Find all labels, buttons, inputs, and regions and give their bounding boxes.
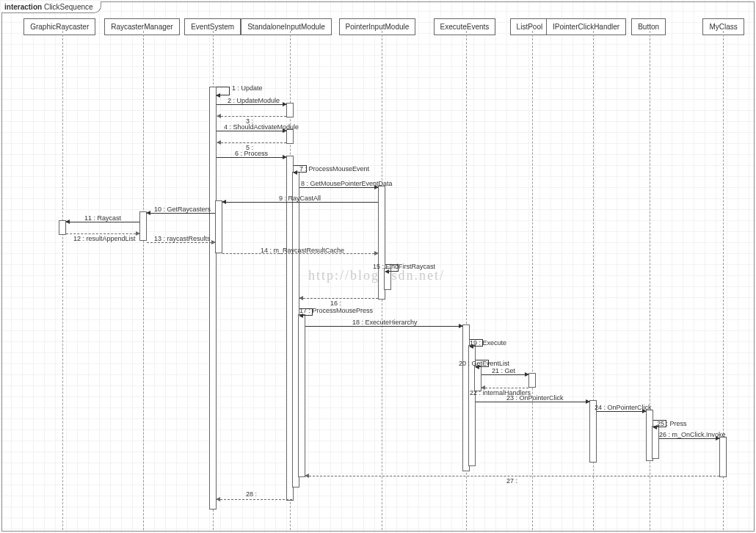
activation bbox=[298, 314, 305, 477]
return bbox=[147, 242, 215, 243]
diagram-title: interaction ClickSequence bbox=[1, 1, 101, 13]
msg-21: 21 : Get bbox=[492, 367, 515, 374]
return bbox=[299, 298, 378, 299]
participant-ListPool: ListPool bbox=[510, 18, 550, 35]
activation bbox=[719, 437, 727, 477]
activation bbox=[528, 373, 536, 388]
participant-RaycasterManager: RaycasterManager bbox=[104, 18, 179, 35]
lifeline bbox=[143, 31, 144, 530]
msg-14: 14 : m_RaycastResultCache bbox=[261, 247, 344, 254]
return bbox=[66, 233, 139, 234]
msg-10: 10 : GetRaycasters bbox=[154, 206, 211, 213]
arrow bbox=[305, 326, 462, 327]
participant-GraphicRaycaster: GraphicRaycaster bbox=[23, 18, 95, 35]
msg-6: 6 : Process bbox=[235, 150, 268, 157]
return bbox=[481, 388, 528, 388]
msg-24: 24 : OnPointerClick bbox=[595, 404, 652, 411]
return bbox=[217, 499, 292, 500]
activation bbox=[209, 87, 217, 510]
arrow bbox=[222, 202, 378, 203]
participant-PointerInputModule: PointerInputModule bbox=[339, 18, 416, 35]
msg-19: 19 : Execute bbox=[470, 339, 506, 347]
arrow bbox=[217, 157, 286, 158]
msg-12: 12 : resultAppendList bbox=[73, 235, 136, 242]
activation bbox=[286, 129, 294, 144]
participant-IPointerClickHandler: IPointerClickHandler bbox=[546, 18, 626, 35]
arrow bbox=[597, 411, 646, 412]
msg-25: 25 : Press bbox=[657, 420, 687, 427]
arrow bbox=[147, 213, 215, 214]
activation bbox=[652, 426, 659, 459]
arrow bbox=[476, 402, 589, 402]
msg-1: 1 : Update bbox=[232, 84, 263, 92]
return bbox=[217, 142, 286, 143]
msg-18: 18 : ExecuteHierarchy bbox=[352, 319, 418, 326]
watermark: http://blog.csdn.net/ bbox=[308, 268, 445, 283]
msg-11: 11 : Raycast bbox=[84, 214, 121, 222]
msg-27: 27 : bbox=[506, 477, 517, 485]
arrow bbox=[299, 187, 378, 188]
msg-2: 2 : UpdateModule bbox=[228, 97, 280, 104]
participant-ExecuteEvents: ExecuteEvents bbox=[434, 18, 496, 35]
participant-StandaloneInputModule: StandaloneInputModule bbox=[241, 18, 332, 35]
activation bbox=[139, 211, 147, 241]
self-call bbox=[217, 87, 230, 95]
lifeline bbox=[62, 31, 63, 530]
participant-Button: Button bbox=[631, 18, 666, 35]
msg-13: 13 : raycastResults bbox=[154, 235, 211, 242]
return bbox=[217, 116, 286, 117]
msg-28: 28 : bbox=[246, 490, 257, 498]
arrow bbox=[217, 104, 286, 105]
msg-4: 4 : ShouldActivateModule bbox=[224, 123, 299, 131]
msg-15: 15 : FindFirstRaycast bbox=[373, 263, 435, 270]
arrow bbox=[481, 374, 528, 375]
msg-16: 16 : bbox=[330, 300, 341, 307]
msg-23: 23 : OnPointerClick bbox=[506, 394, 564, 402]
arrow bbox=[217, 131, 286, 131]
msg-20: 20 : GetEventList bbox=[459, 360, 509, 367]
msg-7: 7 : ProcessMouseEvent bbox=[299, 165, 369, 173]
arrow bbox=[659, 438, 719, 439]
return bbox=[305, 476, 719, 476]
arrow bbox=[66, 222, 139, 222]
lifeline bbox=[532, 31, 533, 530]
msg-26: 26 : m_OnClick.Invoke bbox=[659, 431, 726, 438]
activation bbox=[286, 103, 294, 117]
activation bbox=[215, 200, 222, 253]
msg-9: 9 : RayCastAll bbox=[279, 195, 321, 202]
msg-17: 17 : ProcessMousePress bbox=[299, 307, 373, 314]
msg-8: 8 : GetMousePointerEventData bbox=[301, 180, 393, 187]
